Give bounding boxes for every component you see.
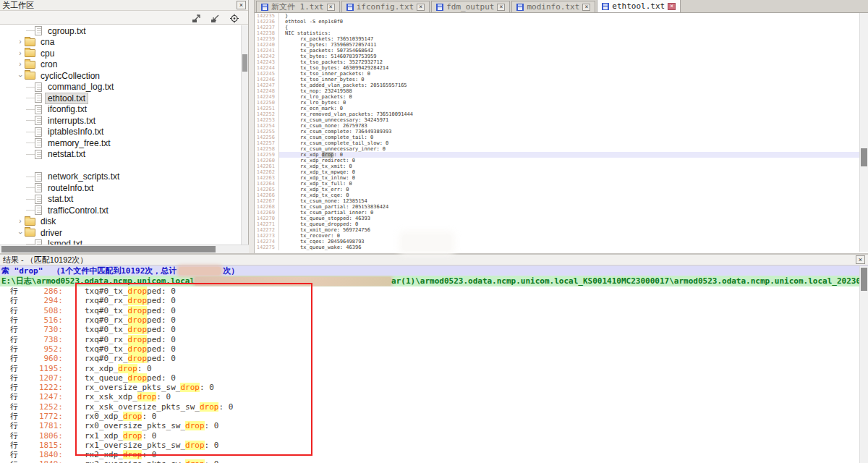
tree-item-cron[interactable]: ›cron (0, 59, 241, 71)
tree-connector (26, 143, 35, 143)
close-tab-icon[interactable]: × (582, 4, 590, 11)
line-text: rx_ecn_mark: 0 (279, 106, 859, 111)
tree-item-interrupts.txt[interactable]: interrupts.txt (0, 115, 241, 127)
result-line-number: 1840: (18, 450, 63, 459)
tree-vertical-scrollbar-thumb[interactable] (242, 54, 247, 72)
redaction-blur (402, 234, 451, 251)
editor-line: 142241 tx_packets: 507354668642 (255, 48, 859, 54)
chevron-down-icon[interactable]: › (17, 72, 24, 80)
file-icon (35, 183, 42, 192)
result-line-number: 1806: (18, 431, 63, 441)
tree-item-label: cgroup.txt (46, 26, 88, 36)
tree-connector (26, 109, 35, 110)
line-text: tx_tso_packets: 35272932712 (279, 59, 859, 65)
line-text: tx_tso_inner_packets: 0 (279, 71, 859, 77)
result-line-number: 508: (18, 306, 63, 315)
tree-item-label: lsmod.txt (46, 239, 85, 245)
editor-text-area[interactable]: 142235}142236ethtool -S enp1s0f0142237{1… (255, 13, 859, 252)
editor-line: 142265 rx_xdp_tx_err: 0 (255, 187, 859, 192)
close-tab-icon[interactable]: × (327, 4, 335, 11)
results-vertical-scrollbar-thumb[interactable] (861, 268, 867, 291)
folder-icon (25, 218, 35, 226)
close-tab-icon[interactable]: × (497, 4, 505, 11)
tree-item-ifconfig.txt[interactable]: ifconfig.txt (0, 104, 241, 116)
editor-line: 142239 rx_packets: 736510395147 (255, 36, 859, 42)
line-text: rx_lro_bytes: 0 (279, 100, 859, 106)
editor-vertical-scrollbar-thumb[interactable] (861, 148, 867, 166)
result-line-number: 1781: (18, 421, 63, 430)
tab-ifconfig.txt[interactable]: ifconfig.txt× (341, 1, 430, 12)
result-line-number: 294: (18, 296, 63, 305)
tree-item-netstat.txt[interactable]: netstat.txt (0, 149, 241, 161)
chevron-right-icon[interactable]: › (16, 61, 25, 68)
tree-item-cyclicCollection[interactable]: ›cyclicCollection (0, 70, 241, 82)
file-icon (35, 138, 42, 148)
line-text: tx_bytes: 514607839753959 (279, 54, 859, 59)
tree-item-label: network_scripts.txt (46, 171, 122, 182)
chevron-right-icon[interactable]: › (16, 50, 25, 57)
editor-line: 142267 tx_csum_none: 12385154 (255, 198, 859, 204)
tree-item-network_scripts.txt[interactable]: network_scripts.txt (0, 171, 241, 183)
tree-vertical-scrollbar[interactable] (241, 25, 248, 245)
line-number: 142254 (255, 123, 279, 129)
tree-item-trafficControl.txt[interactable]: trafficControl.txt (0, 205, 241, 216)
tree-horizontal-scrollbar[interactable] (0, 245, 249, 253)
tree-item-stat.txt[interactable]: stat.txt (0, 194, 241, 205)
tree-item-label: ifconfig.txt (46, 104, 89, 114)
tree-item-memory_free.txt[interactable]: memory_free.txt (0, 137, 241, 149)
tree-item-driver[interactable]: ›driver (0, 227, 241, 239)
close-tab-icon[interactable]: × (417, 4, 425, 11)
editor-vertical-scrollbar[interactable] (859, 13, 868, 252)
result-line-number: 1195: (18, 364, 63, 373)
chevron-right-icon[interactable]: › (16, 218, 25, 225)
tree-item-cgroup.txt[interactable]: cgroup.txt (0, 25, 241, 37)
editor-line: 142258 rx_csum_unnecessary_inner: 0 (255, 146, 859, 152)
editor-line: 142244 tx_tso_bytes: 463099429284214 (255, 65, 859, 71)
file-icon (35, 105, 42, 114)
line-number: 142272 (255, 227, 279, 233)
tree-item-iptablesInfo.txt[interactable]: iptablesInfo.txt (0, 127, 241, 138)
save-icon (346, 4, 354, 11)
line-text: ethtool -S enp1s0f0 (279, 19, 859, 25)
editor-line: 142236ethtool -S enp1s0f0 (255, 19, 859, 25)
tree-horizontal-scrollbar-thumb[interactable] (1, 246, 216, 252)
expand-all-icon[interactable] (192, 13, 202, 22)
tab-新文件 1.txt[interactable]: 新文件 1.txt× (256, 1, 340, 12)
tree-item-cpu[interactable]: ›cpu (0, 48, 241, 59)
close-workspace-icon[interactable]: × (237, 1, 246, 9)
line-number: 142273 (255, 233, 279, 239)
line-number: 142248 (255, 88, 279, 94)
chevron-right-icon[interactable]: › (16, 38, 25, 46)
tab-modinfo.txt[interactable]: modinfo.txt× (511, 1, 595, 12)
results-vertical-scrollbar[interactable] (859, 266, 868, 463)
close-tab-icon[interactable]: × (668, 3, 676, 10)
tree-item-routeInfo.txt[interactable]: routeInfo.txt (0, 182, 241, 194)
result-row[interactable]: 行1849:rx2_oversize_pkts_sw_drop: 0 (0, 459, 859, 463)
locate-file-icon[interactable] (229, 13, 239, 22)
line-text: NIC statistics: (279, 30, 859, 36)
editor-line: 142262 rx_xdp_tx_mpwqe: 0 (255, 169, 859, 175)
collapse-all-icon[interactable] (210, 13, 221, 22)
line-number: 142239 (255, 36, 279, 42)
chevron-down-icon[interactable]: › (17, 229, 24, 237)
panel-splitter[interactable] (249, 0, 255, 253)
save-icon (436, 4, 443, 11)
line-number: 142244 (255, 65, 279, 71)
tree-item-command_log.txt[interactable]: command_log.txt (0, 82, 241, 93)
editor-line: 142235} (255, 13, 859, 19)
line-text: rx_bytes: 735960572057411 (279, 42, 859, 48)
file-icon (35, 150, 42, 159)
line-number: 142260 (255, 158, 279, 163)
line-number: 142256 (255, 135, 279, 140)
close-results-icon[interactable]: × (856, 255, 865, 264)
tree-item-cna[interactable]: ›cna (0, 37, 241, 48)
tab-ethtool.txt[interactable]: ethtool.txt× (597, 0, 681, 12)
line-text: rx_xdp_tx_cqe: 0 (279, 192, 859, 198)
tree-item-lsmod.txt[interactable]: lsmod.txt (0, 239, 241, 245)
tree-item-disk[interactable]: ›disk (0, 216, 241, 228)
line-text: rx_csum_complete_tail_slow: 0 (279, 140, 859, 146)
editor-line: 142249 rx_lro_packets: 0 (255, 94, 859, 100)
editor-line: 142252 rx_removed_vlan_packets: 73651009… (255, 111, 859, 117)
tree-item-ethtool.txt[interactable]: ethtool.txt (0, 93, 241, 104)
tab-fdm_output[interactable]: fdm_output× (431, 1, 510, 12)
